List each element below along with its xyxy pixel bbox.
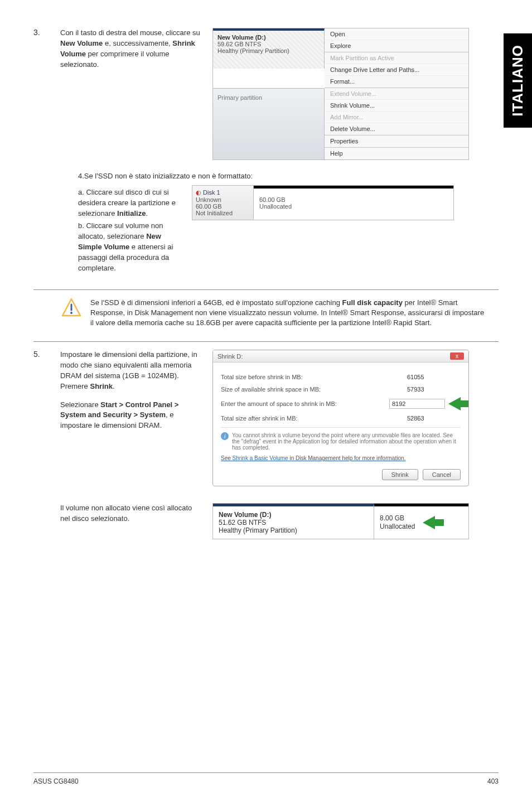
alloc-volume: New Volume (D:) 51.62 GB NTFS Healthy (P… — [213, 504, 374, 539]
step-5b: Il volume non allocato viene così alloca… — [33, 503, 499, 539]
dlg-row-avail: Size of available shrink space in MB: 57… — [221, 385, 461, 394]
ctx-change-letter[interactable]: Change Drive Letter and Paths... — [325, 64, 468, 76]
dialog-titlebar: Shrink D: x — [213, 350, 468, 363]
divider — [33, 341, 499, 342]
dialog-help-link: See Shrink a Basic Volume in Disk Manage… — [221, 455, 461, 461]
dlg-row1-val: 61055 — [405, 373, 461, 381]
step5-p1: Impostare le dimensioni della partizione… — [60, 350, 202, 392]
disk1-unknown: Unknown — [196, 196, 250, 203]
context-menu-screenshot: New Volume (D:) 59.62 GB NTFS Healthy (P… — [212, 28, 469, 160]
step-4: 4.Se l'SSD non è stato inizializzato e n… — [78, 171, 454, 276]
step3-t1: New Volume — [60, 39, 103, 47]
dlg-row2-val: 57933 — [405, 385, 461, 394]
alloc-l1: New Volume (D:) — [219, 511, 368, 519]
dialog-buttons: Shrink Cancel — [221, 469, 461, 480]
divider — [33, 289, 499, 290]
green-arrow-icon — [423, 516, 435, 529]
disk1-unalloc-label: Unallocated — [259, 203, 448, 210]
ctx-extend: Extend Volume... — [325, 88, 468, 100]
ctx-mark-active: Mark Partition as Active — [325, 52, 468, 64]
ctx-open[interactable]: Open — [325, 28, 468, 40]
svg-point-2 — [70, 312, 72, 314]
alloc-r2: Unallocated — [380, 523, 415, 532]
footer-page-number: 403 — [487, 777, 499, 785]
warning-icon — [61, 298, 81, 318]
disk1-title: ◐ Disk 1 — [196, 189, 250, 196]
disk1-state: Not Initialized — [196, 210, 250, 216]
volume-block: New Volume (D:) 59.62 GB NTFS Healthy (P… — [213, 28, 325, 69]
step-5: 5. Impostare le dimensioni della partizi… — [33, 350, 499, 486]
dialog-title: Shrink D: — [217, 353, 243, 360]
note0: Se l'SSD è di dimensioni inferiori a 64G… — [90, 298, 342, 307]
allocated-screenshot: New Volume (D:) 51.62 GB NTFS Healthy (P… — [212, 503, 469, 539]
dialog-close-button[interactable]: x — [450, 352, 464, 360]
language-side-tab: ITALIANO — [504, 33, 532, 128]
step5-p2: Selezionare Start > Control Panel > Syst… — [60, 400, 202, 432]
dialog-note: i You cannot shrink a volume beyond the … — [221, 427, 461, 451]
disk1-unalloc-size: 60.00 GB — [259, 196, 448, 203]
dlg-row3-label: Enter the amount of space to shrink in M… — [221, 400, 337, 407]
disk1-size: 60.00 GB — [196, 203, 250, 210]
cancel-button[interactable]: Cancel — [423, 469, 461, 480]
context-menu: Open Explore Mark Partition as Active Ch… — [325, 28, 468, 88]
dlg-row-enter: Enter the amount of space to shrink in M… — [221, 397, 461, 410]
footer-left: ASUS CG8480 — [33, 777, 79, 785]
s5p1b: Shrink — [90, 382, 112, 390]
step-3-number: 3. — [33, 28, 50, 37]
dlg-row1-label: Total size before shrink in MB: — [221, 374, 303, 380]
shrink-dialog: Shrink D: x Total size before shrink in … — [212, 350, 469, 486]
link-post: in Disk Management help for more informa… — [288, 455, 406, 461]
alloc-r1: 8.00 GB — [380, 514, 415, 523]
link-text[interactable]: Shrink a Basic Volume — [233, 455, 288, 461]
ctx-add-mirror: Add Mirror... — [325, 112, 468, 123]
s4a2: . — [146, 209, 148, 218]
link-pre: See — [221, 455, 233, 461]
dlg-row4-label: Total size after shrink in MB: — [221, 415, 298, 422]
info-icon: i — [221, 432, 229, 440]
shrink-button[interactable]: Shrink — [382, 469, 418, 480]
step-5-number: 5. — [33, 350, 50, 359]
step3-t2: e, successivamente, — [103, 39, 172, 47]
step4-b: b. Cliccare sul volume non allocato, sel… — [78, 221, 181, 273]
ctx-delete[interactable]: Delete Volume... — [325, 123, 468, 135]
warning-note: Se l'SSD è di dimensioni inferiori a 64G… — [61, 298, 487, 328]
dialog-note-text: You cannot shrink a volume beyond the po… — [232, 432, 461, 451]
vol-size: 59.62 GB NTFS — [217, 41, 320, 47]
disk1-screenshot: ◐ Disk 1 Unknown 60.00 GB Not Initialize… — [192, 185, 454, 220]
vol-health: Healthy (Primary Partition) — [217, 47, 320, 54]
step-3-text: Con il tasto di destra del mouse, clicca… — [60, 28, 202, 70]
s4a1: Initialize — [117, 209, 146, 218]
s5p1c: . — [113, 382, 115, 390]
dlg-row-total-before: Total size before shrink in MB: 61055 — [221, 373, 461, 381]
page-footer: ASUS CG8480 403 — [33, 772, 499, 785]
alloc-unallocated: 8.00 GB Unallocated — [374, 504, 468, 539]
warning-text: Se l'SSD è di dimensioni inferiori a 64G… — [90, 298, 487, 328]
note1: Full disk capacity — [342, 298, 403, 307]
step-3: 3. Con il tasto di destra del mouse, cli… — [33, 28, 499, 160]
ctx-explore[interactable]: Explore — [325, 40, 468, 52]
shrink-amount-input[interactable]: 8192 — [389, 399, 445, 409]
ctx-shrink[interactable]: Shrink Volume... — [325, 100, 468, 112]
step5-p3: Il volume non allocato viene così alloca… — [60, 503, 202, 524]
ctx-properties[interactable]: Properties — [325, 136, 468, 147]
dlg-row-after: Total size after shrink in MB: 52863 — [221, 414, 461, 423]
step-5-text: Impostare le dimensioni della partizione… — [60, 350, 202, 431]
alloc-l3: Healthy (Primary Partition) — [219, 526, 368, 534]
step4-intro: 4.Se l'SSD non è stato inizializzato e n… — [78, 171, 454, 182]
context-menu-2: Extend Volume... Shrink Volume... Add Mi… — [325, 88, 468, 160]
vol-name: New Volume (D:) — [217, 34, 320, 41]
ctx-format[interactable]: Format... — [325, 76, 468, 88]
step3-t0: Con il tasto di destra del mouse, clicca… — [60, 28, 200, 37]
green-arrow-icon — [448, 397, 461, 410]
s5p1a: Impostare le dimensioni della partizione… — [60, 350, 197, 390]
dlg-row4-val: 52863 — [405, 414, 461, 423]
dlg-row2-label: Size of available shrink space in MB: — [221, 386, 321, 393]
s5p2a: Selezionare — [60, 400, 100, 409]
step4-a: a. Cliccare sul disco di cui si desidera… — [78, 187, 181, 219]
ctx-help[interactable]: Help — [325, 148, 468, 160]
primary-partition-label: Primary partition — [213, 88, 325, 160]
disk1-unallocated: 60.00 GB Unallocated — [254, 186, 453, 220]
alloc-l2: 51.62 GB NTFS — [219, 519, 368, 526]
disk1-title-text: Disk 1 — [203, 189, 220, 196]
